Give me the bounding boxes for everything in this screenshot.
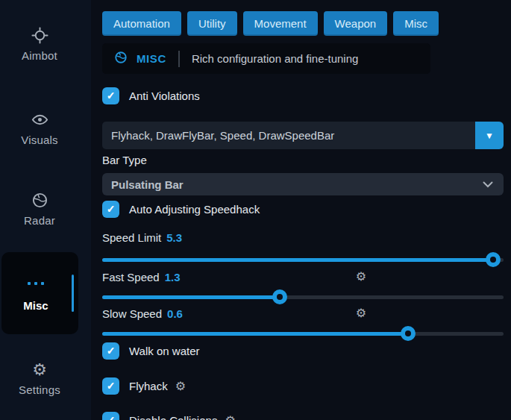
- slow-speed-header: Slow Speed 0.6: [102, 307, 183, 320]
- slider-fill: [102, 332, 408, 336]
- sidebar-item-misc-selected[interactable]: Misc: [1, 252, 78, 334]
- sidebar: Aimbot Visuals Radar Misc ⚙ Settings: [0, 0, 91, 420]
- slider-value: 5.3: [166, 231, 182, 244]
- category-tabs: Automation Utility Movement Weapon Misc: [102, 11, 439, 36]
- slider-handle[interactable]: [486, 252, 501, 267]
- check-icon: ✓: [107, 414, 116, 420]
- disable-collisions-gear-icon[interactable]: ⚙: [225, 413, 235, 420]
- fast-speed-header: Fast Speed 1.3: [102, 270, 181, 283]
- bar-type-label: Bar Type: [102, 154, 147, 166]
- page-title: MISC: [137, 52, 166, 65]
- sidebar-item-label: Aimbot: [22, 49, 57, 62]
- fast-speed-slider[interactable]: [102, 289, 504, 304]
- multiselect-value: Flyhack, DrawFlyBar, Speed, DrawSpeedBar: [102, 129, 334, 142]
- speed-limit-header: Speed Limit 5.3: [102, 231, 182, 244]
- slider-label: Fast Speed: [102, 271, 160, 283]
- check-icon: ✓: [107, 380, 116, 392]
- tab-misc[interactable]: Misc: [393, 11, 439, 36]
- misc-panel: Automation Utility Movement Weapon Misc …: [102, 0, 504, 420]
- slider-handle[interactable]: [272, 289, 287, 304]
- check-icon: ✓: [107, 90, 116, 101]
- speed-limit-slider[interactable]: [102, 252, 504, 267]
- tab-movement[interactable]: Movement: [243, 11, 318, 36]
- slow-speed-gear-icon[interactable]: ⚙: [354, 307, 368, 320]
- checkbox-label: Disable Collisions: [129, 414, 217, 420]
- globe-icon: [114, 51, 128, 67]
- disable-collisions-checkbox[interactable]: ✓: [102, 412, 119, 420]
- slider-label: Slow Speed: [102, 307, 162, 320]
- fast-speed-gear-icon[interactable]: ⚙: [354, 270, 368, 283]
- anti-violations-row: ✓ Anti Violations: [102, 87, 200, 104]
- crosshair-icon: [31, 27, 48, 44]
- slider-value: 1.3: [165, 271, 181, 283]
- slow-speed-slider[interactable]: [102, 326, 504, 341]
- active-indicator-bar: [72, 275, 74, 312]
- checkbox-label: Auto Adjusting Speedhack: [129, 203, 260, 216]
- slider-handle[interactable]: [401, 326, 416, 341]
- sidebar-item-visuals[interactable]: Visuals: [0, 111, 79, 146]
- select-value: Pulsating Bar: [111, 178, 184, 191]
- tab-utility[interactable]: Utility: [187, 11, 237, 36]
- auto-adjusting-speedhack-row: ✓ Auto Adjusting Speedhack: [102, 200, 260, 218]
- checkbox-label: Flyhack: [129, 380, 168, 392]
- sidebar-item-label: Misc: [1, 299, 70, 312]
- header-divider: [178, 51, 180, 67]
- sidebar-item-settings[interactable]: ⚙ Settings: [0, 361, 79, 396]
- chevron-down-icon: [483, 178, 493, 191]
- sidebar-item-label: Radar: [24, 214, 55, 227]
- bars-multiselect[interactable]: Flyhack, DrawFlyBar, Speed, DrawSpeedBar…: [102, 122, 504, 149]
- tab-weapon[interactable]: Weapon: [324, 11, 388, 36]
- slider-fill: [102, 295, 280, 299]
- section-header: MISC Rich configuration and fine-tuning: [102, 43, 430, 74]
- globe-icon: [31, 192, 48, 209]
- anti-violations-checkbox[interactable]: ✓: [102, 87, 119, 104]
- page-subtitle: Rich configuration and fine-tuning: [192, 52, 358, 65]
- ellipsis-icon: [1, 282, 70, 285]
- auto-adjusting-speedhack-checkbox[interactable]: ✓: [102, 201, 119, 218]
- sidebar-item-radar[interactable]: Radar: [0, 192, 79, 227]
- walk-on-water-checkbox[interactable]: ✓: [102, 342, 119, 360]
- flyhack-row: ✓ Flyhack ⚙: [102, 377, 186, 395]
- gear-icon: ⚙: [32, 361, 47, 378]
- checkbox-label: Walk on water: [129, 345, 199, 357]
- sidebar-item-aimbot[interactable]: Aimbot: [0, 27, 79, 62]
- slider-value: 0.6: [167, 307, 183, 320]
- slider-fill: [102, 258, 493, 262]
- multiselect-dropdown-button[interactable]: ▼: [475, 122, 504, 149]
- sidebar-item-label: Visuals: [21, 134, 57, 146]
- sidebar-item-label: Settings: [19, 383, 60, 396]
- bar-type-select[interactable]: Pulsating Bar: [102, 173, 504, 195]
- tab-automation[interactable]: Automation: [102, 11, 181, 36]
- flyhack-checkbox[interactable]: ✓: [102, 377, 119, 395]
- dropdown-arrow-icon: ▼: [485, 131, 494, 141]
- eye-icon: [31, 111, 48, 128]
- check-icon: ✓: [107, 345, 116, 357]
- flyhack-gear-icon[interactable]: ⚙: [175, 379, 186, 393]
- walk-on-water-row: ✓ Walk on water: [102, 342, 199, 360]
- checkbox-label: Anti Violations: [129, 90, 200, 102]
- check-icon: ✓: [107, 203, 116, 215]
- disable-collisions-row: ✓ Disable Collisions ⚙: [102, 411, 236, 420]
- slider-label: Speed Limit: [102, 231, 161, 244]
